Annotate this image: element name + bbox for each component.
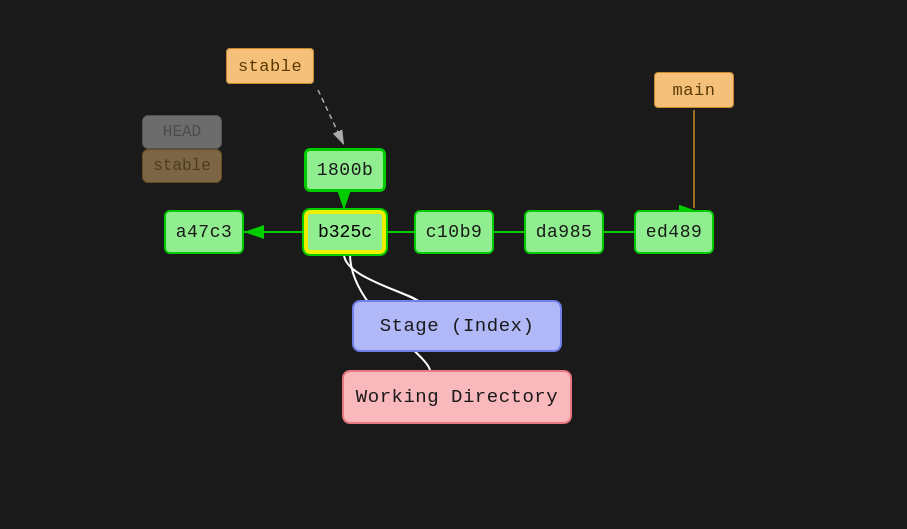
commit-b325c: b325c [304,210,386,254]
commit-1800b-label: 1800b [317,160,374,180]
stage-box: Stage (Index) [352,300,562,352]
commit-da985-label: da985 [536,222,593,242]
commit-a47c3-label: a47c3 [176,222,233,242]
commit-b325c-label: b325c [318,222,372,242]
diagram-container: HEAD stable HEAD stable main 1800b b325c… [0,0,907,529]
commit-a47c3: a47c3 [164,210,244,254]
ghost-stable-label: stable [142,149,222,183]
svg-line-9 [318,90,344,145]
stable-label: stable [226,48,314,84]
workdir-label: Working Directory [356,386,558,408]
ghost-head-label: HEAD [142,115,222,149]
commit-c10b9-label: c10b9 [426,222,483,242]
commit-1800b: 1800b [304,148,386,192]
commit-da985: da985 [524,210,604,254]
diagram-svg [0,0,907,529]
main-text: main [673,81,716,100]
main-label: main [654,72,734,108]
commit-ed489-label: ed489 [646,222,703,242]
workdir-box: Working Directory [342,370,572,424]
stable-text: stable [238,57,302,76]
commit-ed489: ed489 [634,210,714,254]
stage-label: Stage (Index) [380,315,535,337]
commit-c10b9: c10b9 [414,210,494,254]
